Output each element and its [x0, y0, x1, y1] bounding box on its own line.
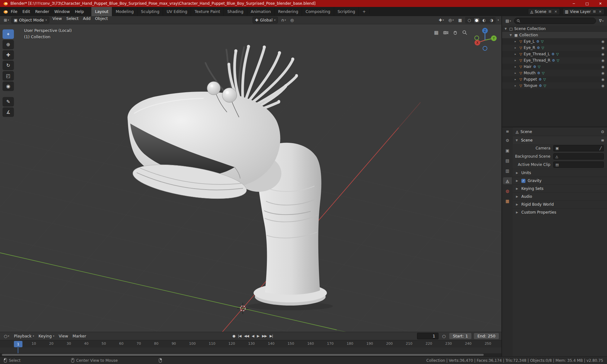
snapping-button[interactable]: ∩ ▾ [280, 18, 287, 22]
timeline-menu-item[interactable]: Marker ▾ [70, 332, 88, 340]
workspace-tab[interactable]: Rendering [275, 7, 302, 16]
add-workspace-button[interactable]: + [359, 9, 369, 14]
outliner-object-row[interactable]: ▸ ▽ Eye_R ⚙ ▽ ◉ [502, 45, 607, 51]
camera-field[interactable]: ▣ ╱ [553, 145, 604, 151]
viewport-menu-item[interactable]: Select [64, 16, 81, 24]
navigation-gizmo[interactable]: Z Y X [471, 26, 499, 54]
rotate-tool[interactable]: ↻ [3, 61, 14, 70]
visibility-eye-icon[interactable]: ◉ [601, 71, 604, 75]
section-disclosure-icon[interactable]: ▶ [516, 171, 519, 174]
tool-tab[interactable]: ⚙ [503, 137, 512, 144]
playhead-line[interactable] [18, 348, 18, 353]
section-disclosure-icon[interactable]: ▶ [516, 195, 519, 198]
zoom-icon[interactable] [462, 29, 468, 36]
previous-keyframe-button[interactable]: ◀◀ [244, 334, 249, 338]
panel-menu-icon[interactable]: ≡ [601, 138, 604, 143]
outliner-object-row[interactable]: ▸ ▽ Eye_Thread_R ⚙ ▽ ◉ [502, 57, 607, 64]
section-disclosure-icon[interactable]: ▶ [516, 203, 519, 206]
wireframe-shading-button[interactable]: ○ [467, 18, 472, 22]
output-tab[interactable]: ▤ [503, 157, 512, 164]
menu-item[interactable]: Edit [20, 7, 33, 16]
panel-disclosure-icon[interactable]: ▼ [516, 139, 519, 142]
outliner-editor-type-button[interactable]: ▤ ▾ [504, 19, 512, 23]
remove-scene-button[interactable]: × [554, 9, 558, 14]
jump-to-end-button[interactable]: ▶| [270, 334, 273, 338]
workspace-tab[interactable]: Layout [91, 7, 112, 16]
visibility-eye-icon[interactable]: ◉ [601, 46, 604, 50]
view-layer-tab[interactable]: ▥ [503, 167, 512, 174]
workspace-tab[interactable]: Scripting [334, 7, 359, 16]
collection-row[interactable]: ▼ ▦ Collection [502, 32, 607, 38]
outliner-object-row[interactable]: ▸ ▽ Tongue ⚙ ▽ ◉ [502, 82, 607, 89]
end-frame-field[interactable]: End: 250 [474, 333, 499, 339]
workspace-tab[interactable]: Texture Paint [191, 7, 224, 16]
new-view-layer-button[interactable]: ⊞ [592, 9, 597, 14]
show-gizmo-button[interactable]: ✚ ▾ [438, 18, 445, 22]
eyedropper-icon[interactable]: ╱ [599, 146, 602, 150]
disclosure-icon[interactable]: ▸ [515, 65, 518, 68]
workspace-tab[interactable]: Animation [247, 7, 275, 16]
workspace-tab[interactable]: UV Editing [163, 7, 191, 16]
shading-options-button[interactable]: ▾ [498, 19, 499, 21]
workspace-tab[interactable]: Modeling [112, 7, 138, 16]
maximize-button[interactable]: □ [580, 0, 594, 7]
proportional-editing-button[interactable]: ◎ [289, 18, 295, 22]
camera-view-icon[interactable] [443, 29, 449, 36]
outliner-object-row[interactable]: ▸ ▽ Mouth ⚙ ▽ ◉ [502, 70, 607, 76]
remove-view-layer-button[interactable]: × [598, 9, 602, 14]
jump-to-start-button[interactable]: |◀ [238, 334, 241, 338]
playhead-handle[interactable]: 1 [14, 341, 22, 347]
workspace-tab[interactable]: Shading [224, 7, 247, 16]
viewport-menu-item[interactable]: Add [81, 16, 93, 24]
visibility-eye-icon[interactable]: ◉ [601, 52, 604, 56]
material-shading-button[interactable]: ◐ [481, 18, 487, 22]
minimize-button[interactable]: ─ [567, 0, 580, 7]
background-scene-field[interactable]: ◬ ╱ [553, 153, 604, 160]
gravity-checkbox[interactable]: ✓ [521, 179, 525, 183]
perspective-grid-icon[interactable]: ▦ [433, 29, 439, 36]
rigid-body-world-section[interactable]: ▶ ✓ Rigid Body World [513, 200, 607, 208]
visibility-eye-icon[interactable]: ◉ [601, 58, 604, 63]
scene-collection-row[interactable]: ▼ □ Scene Collection [502, 26, 607, 32]
move-view-hand-icon[interactable] [452, 29, 458, 36]
play-reverse-button[interactable]: ◀ [252, 334, 254, 338]
gizmo-neg-z-ball[interactable] [483, 46, 487, 51]
transform-orientation-selector[interactable]: ✚ Global ▾ [253, 17, 278, 23]
visibility-eye-icon[interactable]: ◉ [601, 84, 604, 88]
editor-type-button[interactable]: ⊞ ▾ [3, 18, 10, 22]
disclosure-icon[interactable]: ▸ [515, 84, 518, 87]
section-disclosure-icon[interactable]: ▶ [516, 187, 519, 190]
disclosure-icon[interactable]: ▼ [505, 27, 508, 30]
viewport-3d[interactable]: User Perspective (Local) (1) Collection … [0, 24, 501, 332]
move-tool[interactable]: ✚ [3, 50, 14, 60]
timeline-track-area[interactable] [0, 348, 501, 353]
menu-item[interactable]: Window [52, 7, 72, 16]
timeline-menu-item[interactable]: Playback ▾ [12, 332, 36, 340]
close-button[interactable]: ✕ [594, 0, 607, 7]
play-button[interactable]: ▶ [257, 334, 259, 338]
xray-toggle-button[interactable]: ▦ [457, 18, 463, 22]
visibility-eye-icon[interactable]: ◉ [601, 39, 604, 44]
keying-sets-section[interactable]: ▶ ✓ Keying Sets [513, 185, 607, 192]
outliner-object-row[interactable]: ▸ ▽ Eye_L ⚙ ▽ ◉ [502, 38, 607, 45]
outliner-object-row[interactable]: ▸ ▽ Eye_Thread_L ⚙ ▽ ◉ [502, 51, 607, 57]
active-movie-clip-field[interactable]: ▤ ╱ [553, 161, 604, 168]
properties-editor-type-button[interactable]: ≡ [505, 129, 510, 134]
workspace-tab[interactable]: Compositing [302, 7, 334, 16]
disclosure-icon[interactable]: ▸ [515, 40, 518, 43]
select-box-tool[interactable]: ⌖ [3, 29, 14, 39]
scale-tool[interactable]: ◰ [3, 71, 14, 81]
start-frame-field[interactable]: Start: 1 [449, 333, 471, 339]
audio-section[interactable]: ▶ ✓ Audio [513, 192, 607, 200]
view-layer-selector[interactable]: ▥ View Layer ⊞ × [562, 8, 604, 15]
scene-selector[interactable]: ◬ Scene ⊞ × [528, 8, 560, 15]
disclosure-icon[interactable]: ▼ [510, 33, 513, 37]
transform-tool[interactable]: ◉ [3, 82, 14, 91]
new-scene-button[interactable]: ⊞ [548, 9, 552, 14]
outliner-search-box[interactable] [514, 18, 596, 24]
visibility-eye-icon[interactable]: ◉ [601, 65, 604, 69]
timeline-menu-item[interactable]: Keying ▾ [36, 332, 57, 340]
rendered-shading-button[interactable]: ◑ [489, 18, 494, 22]
scene-tab[interactable]: ◬ [503, 177, 512, 184]
outliner-object-row[interactable]: ▸ ▽ Puppet ⚙ ▽ ◉ [502, 76, 607, 82]
